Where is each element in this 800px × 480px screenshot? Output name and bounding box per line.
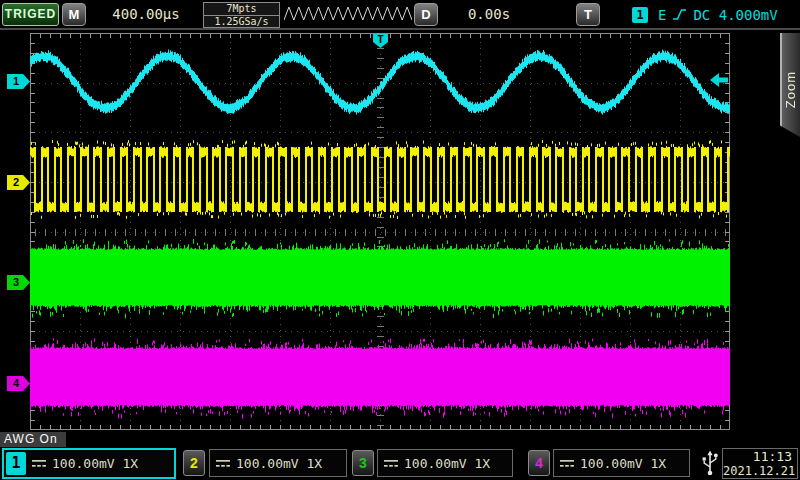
channel-2-scale: 100.00mV 1X bbox=[236, 456, 322, 471]
waveform-preview-icon bbox=[284, 4, 412, 24]
channel-status-bar: 1 100.00mV 1X 2 100.00mV 1X 3 bbox=[0, 447, 800, 480]
channel-1-status-box[interactable]: 1 100.00mV 1X bbox=[2, 448, 176, 479]
zoom-tab-label: Zoom bbox=[783, 61, 798, 108]
channel-3-status-box[interactable]: 100.00mV 1X bbox=[377, 449, 513, 477]
timebase-readout: 400.00μs bbox=[92, 3, 200, 26]
oscilloscope-screen: TRIGED M 400.00μs 7Mpts 1.25GSa/s D 0.00… bbox=[0, 0, 800, 480]
trigger-source-badge: 1 bbox=[632, 7, 648, 23]
dc-coupling-icon bbox=[384, 459, 399, 468]
clock-time: 11:13 bbox=[723, 449, 797, 464]
rising-edge-icon bbox=[672, 7, 687, 22]
waveform-display: 1 2 3 4 T Zoom AWG On bbox=[0, 30, 800, 447]
dc-coupling-icon bbox=[216, 459, 231, 468]
sample-rate: 1.25GSa/s bbox=[204, 15, 279, 27]
trigger-type-label: E bbox=[658, 7, 666, 23]
dc-coupling-icon bbox=[32, 459, 47, 468]
channel-1-position-marker[interactable]: 1 bbox=[7, 74, 30, 89]
channel-2-status-box[interactable]: 100.00mV 1X bbox=[209, 449, 347, 477]
channel-4-button[interactable]: 4 bbox=[528, 450, 550, 476]
top-status-bar: TRIGED M 400.00μs 7Mpts 1.25GSa/s D 0.00… bbox=[0, 0, 800, 30]
datetime-box: 11:13 2021.12.21 bbox=[722, 448, 798, 479]
channel-4-scale: 100.00mV 1X bbox=[580, 456, 666, 471]
channel-3-position-marker[interactable]: 3 bbox=[7, 275, 30, 290]
usb-icon bbox=[700, 449, 720, 477]
awg-status-badge: AWG On bbox=[0, 432, 66, 447]
trigger-delay-readout: 0.00s bbox=[441, 3, 537, 26]
channel-3-scale: 100.00mV 1X bbox=[404, 456, 490, 471]
channel-4-status-box[interactable]: 100.00mV 1X bbox=[553, 449, 690, 477]
channel-4-position-marker[interactable]: 4 bbox=[7, 376, 30, 391]
zoom-side-tab[interactable]: Zoom bbox=[780, 33, 800, 137]
delay-menu-button[interactable]: D bbox=[414, 3, 438, 26]
trigger-info-readout: E DC 4.000mV bbox=[658, 3, 778, 26]
trigger-status-badge: TRIGED bbox=[2, 3, 59, 26]
acquisition-info-box: 7Mpts 1.25GSa/s bbox=[203, 2, 280, 28]
horizontal-menu-button[interactable]: M bbox=[62, 3, 86, 26]
channel-2-position-marker[interactable]: 2 bbox=[7, 175, 30, 190]
waveform-canvas bbox=[30, 33, 730, 430]
graticule bbox=[30, 33, 730, 430]
channel-1-scale: 100.00mV 1X bbox=[52, 456, 138, 471]
dc-coupling-icon bbox=[560, 459, 575, 468]
channel-2-button[interactable]: 2 bbox=[183, 450, 205, 476]
memory-depth: 7Mpts bbox=[204, 3, 279, 15]
channel-1-badge: 1 bbox=[6, 452, 26, 475]
channel-3-button[interactable]: 3 bbox=[352, 450, 374, 476]
trigger-menu-button[interactable]: T bbox=[576, 3, 600, 26]
clock-date: 2021.12.21 bbox=[723, 464, 797, 478]
trigger-level-label: DC 4.000mV bbox=[693, 7, 777, 23]
